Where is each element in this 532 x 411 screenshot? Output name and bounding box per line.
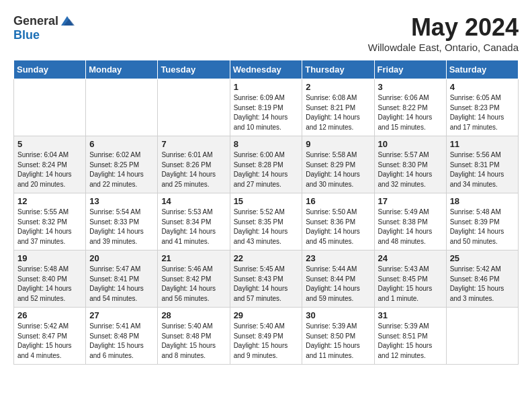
day-info: Sunrise: 5:39 AM Sunset: 8:50 PM Dayligh… — [306, 322, 370, 361]
day-number: 12 — [17, 196, 82, 206]
day-info: Sunrise: 6:09 AM Sunset: 8:19 PM Dayligh… — [234, 93, 299, 132]
day-number: 16 — [306, 196, 370, 206]
calendar-day-cell: 1Sunrise: 6:09 AM Sunset: 8:19 PM Daylig… — [230, 79, 302, 136]
calendar-day-cell: 27Sunrise: 5:41 AM Sunset: 8:48 PM Dayli… — [86, 308, 158, 365]
calendar-day-cell: 5Sunrise: 6:04 AM Sunset: 8:24 PM Daylig… — [14, 136, 86, 193]
calendar-day-cell: 28Sunrise: 5:40 AM Sunset: 8:48 PM Dayli… — [158, 308, 230, 365]
day-number: 21 — [161, 253, 226, 263]
day-number: 5 — [17, 139, 82, 149]
weekday-header: Tuesday — [158, 60, 230, 79]
calendar-day-cell: 18Sunrise: 5:48 AM Sunset: 8:39 PM Dayli… — [446, 193, 518, 250]
day-number: 28 — [161, 310, 226, 320]
day-info: Sunrise: 6:05 AM Sunset: 8:23 PM Dayligh… — [450, 93, 515, 132]
day-info: Sunrise: 5:42 AM Sunset: 8:47 PM Dayligh… — [17, 322, 82, 361]
weekday-header: Sunday — [14, 60, 86, 79]
day-info: Sunrise: 6:04 AM Sunset: 8:24 PM Dayligh… — [17, 150, 82, 189]
calendar-week-row: 1Sunrise: 6:09 AM Sunset: 8:19 PM Daylig… — [14, 79, 519, 136]
location-title: Willowdale East, Ontario, Canada — [368, 42, 519, 53]
day-number: 6 — [89, 139, 154, 149]
title-block: May 2024 Willowdale East, Ontario, Canad… — [368, 13, 519, 53]
day-info: Sunrise: 5:44 AM Sunset: 8:44 PM Dayligh… — [306, 265, 370, 304]
day-info: Sunrise: 6:01 AM Sunset: 8:26 PM Dayligh… — [161, 150, 226, 189]
calendar-day-cell: 17Sunrise: 5:49 AM Sunset: 8:38 PM Dayli… — [374, 193, 446, 250]
day-number: 27 — [89, 310, 154, 320]
logo-icon — [60, 13, 75, 28]
weekday-header: Thursday — [302, 60, 374, 79]
day-number: 23 — [306, 253, 370, 263]
calendar-week-row: 19Sunrise: 5:48 AM Sunset: 8:40 PM Dayli… — [14, 250, 519, 308]
day-info: Sunrise: 5:46 AM Sunset: 8:42 PM Dayligh… — [161, 265, 226, 304]
calendar-day-cell: 21Sunrise: 5:46 AM Sunset: 8:42 PM Dayli… — [158, 250, 230, 308]
calendar-week-row: 12Sunrise: 5:55 AM Sunset: 8:32 PM Dayli… — [14, 193, 519, 250]
calendar-day-cell — [14, 79, 86, 136]
calendar-day-cell: 29Sunrise: 5:40 AM Sunset: 8:49 PM Dayli… — [230, 308, 302, 365]
calendar-day-cell: 3Sunrise: 6:06 AM Sunset: 8:22 PM Daylig… — [374, 79, 446, 136]
day-number: 7 — [161, 139, 226, 149]
calendar-day-cell: 2Sunrise: 6:08 AM Sunset: 8:21 PM Daylig… — [302, 79, 374, 136]
weekday-header: Saturday — [446, 60, 518, 79]
day-number: 20 — [89, 253, 154, 263]
day-info: Sunrise: 5:53 AM Sunset: 8:34 PM Dayligh… — [161, 208, 226, 246]
day-number: 11 — [450, 139, 515, 149]
day-number: 8 — [234, 139, 299, 149]
day-info: Sunrise: 6:00 AM Sunset: 8:28 PM Dayligh… — [234, 150, 299, 189]
day-info: Sunrise: 5:54 AM Sunset: 8:33 PM Dayligh… — [89, 208, 154, 246]
day-info: Sunrise: 5:50 AM Sunset: 8:36 PM Dayligh… — [306, 208, 370, 246]
calendar-day-cell: 16Sunrise: 5:50 AM Sunset: 8:36 PM Dayli… — [302, 193, 374, 250]
day-number: 13 — [89, 196, 154, 206]
page-header: General Blue May 2024 Willowdale East, O… — [13, 13, 519, 53]
day-info: Sunrise: 5:42 AM Sunset: 8:46 PM Dayligh… — [450, 265, 515, 304]
logo: General Blue — [13, 13, 75, 42]
weekday-header: Monday — [86, 60, 158, 79]
calendar-day-cell: 10Sunrise: 5:57 AM Sunset: 8:30 PM Dayli… — [374, 136, 446, 193]
day-number: 3 — [378, 82, 443, 92]
calendar-day-cell: 15Sunrise: 5:52 AM Sunset: 8:35 PM Dayli… — [230, 193, 302, 250]
calendar-day-cell: 19Sunrise: 5:48 AM Sunset: 8:40 PM Dayli… — [14, 250, 86, 308]
day-number: 14 — [161, 196, 226, 206]
calendar-day-cell: 24Sunrise: 5:43 AM Sunset: 8:45 PM Dayli… — [374, 250, 446, 308]
logo-text-blue: Blue — [13, 28, 40, 42]
day-number: 15 — [234, 196, 299, 206]
day-number: 31 — [378, 310, 443, 320]
day-info: Sunrise: 5:55 AM Sunset: 8:32 PM Dayligh… — [17, 208, 82, 246]
month-title: May 2024 — [368, 13, 519, 42]
day-info: Sunrise: 5:40 AM Sunset: 8:48 PM Dayligh… — [161, 322, 226, 361]
calendar-day-cell: 14Sunrise: 5:53 AM Sunset: 8:34 PM Dayli… — [158, 193, 230, 250]
calendar-day-cell — [158, 79, 230, 136]
calendar-day-cell — [86, 79, 158, 136]
calendar-day-cell: 11Sunrise: 5:56 AM Sunset: 8:31 PM Dayli… — [446, 136, 518, 193]
day-number: 9 — [306, 139, 370, 149]
day-info: Sunrise: 6:06 AM Sunset: 8:22 PM Dayligh… — [378, 93, 443, 132]
day-number: 25 — [450, 253, 515, 263]
day-info: Sunrise: 5:43 AM Sunset: 8:45 PM Dayligh… — [378, 265, 443, 304]
calendar-day-cell: 22Sunrise: 5:45 AM Sunset: 8:43 PM Dayli… — [230, 250, 302, 308]
calendar-day-cell — [446, 308, 518, 365]
logo-text-general: General — [13, 14, 58, 28]
calendar-day-cell: 20Sunrise: 5:47 AM Sunset: 8:41 PM Dayli… — [86, 250, 158, 308]
calendar-day-cell: 23Sunrise: 5:44 AM Sunset: 8:44 PM Dayli… — [302, 250, 374, 308]
day-number: 29 — [234, 310, 299, 320]
day-info: Sunrise: 5:52 AM Sunset: 8:35 PM Dayligh… — [234, 208, 299, 246]
day-number: 26 — [17, 310, 82, 320]
day-info: Sunrise: 5:39 AM Sunset: 8:51 PM Dayligh… — [378, 322, 443, 361]
day-info: Sunrise: 6:08 AM Sunset: 8:21 PM Dayligh… — [306, 93, 370, 132]
day-number: 22 — [234, 253, 299, 263]
calendar-day-cell: 9Sunrise: 5:58 AM Sunset: 8:29 PM Daylig… — [302, 136, 374, 193]
calendar-day-cell: 6Sunrise: 6:02 AM Sunset: 8:25 PM Daylig… — [86, 136, 158, 193]
calendar-day-cell: 13Sunrise: 5:54 AM Sunset: 8:33 PM Dayli… — [86, 193, 158, 250]
day-info: Sunrise: 5:45 AM Sunset: 8:43 PM Dayligh… — [234, 265, 299, 304]
day-number: 24 — [378, 253, 443, 263]
calendar-table: SundayMondayTuesdayWednesdayThursdayFrid… — [13, 60, 519, 365]
day-info: Sunrise: 5:57 AM Sunset: 8:30 PM Dayligh… — [378, 150, 443, 189]
calendar-day-cell: 26Sunrise: 5:42 AM Sunset: 8:47 PM Dayli… — [14, 308, 86, 365]
day-info: Sunrise: 5:56 AM Sunset: 8:31 PM Dayligh… — [450, 150, 515, 189]
calendar-day-cell: 31Sunrise: 5:39 AM Sunset: 8:51 PM Dayli… — [374, 308, 446, 365]
calendar-day-cell: 4Sunrise: 6:05 AM Sunset: 8:23 PM Daylig… — [446, 79, 518, 136]
calendar-day-cell: 7Sunrise: 6:01 AM Sunset: 8:26 PM Daylig… — [158, 136, 230, 193]
day-number: 10 — [378, 139, 443, 149]
calendar-week-row: 26Sunrise: 5:42 AM Sunset: 8:47 PM Dayli… — [14, 308, 519, 365]
day-number: 18 — [450, 196, 515, 206]
day-number: 4 — [450, 82, 515, 92]
day-number: 1 — [234, 82, 299, 92]
day-info: Sunrise: 5:47 AM Sunset: 8:41 PM Dayligh… — [89, 265, 154, 304]
